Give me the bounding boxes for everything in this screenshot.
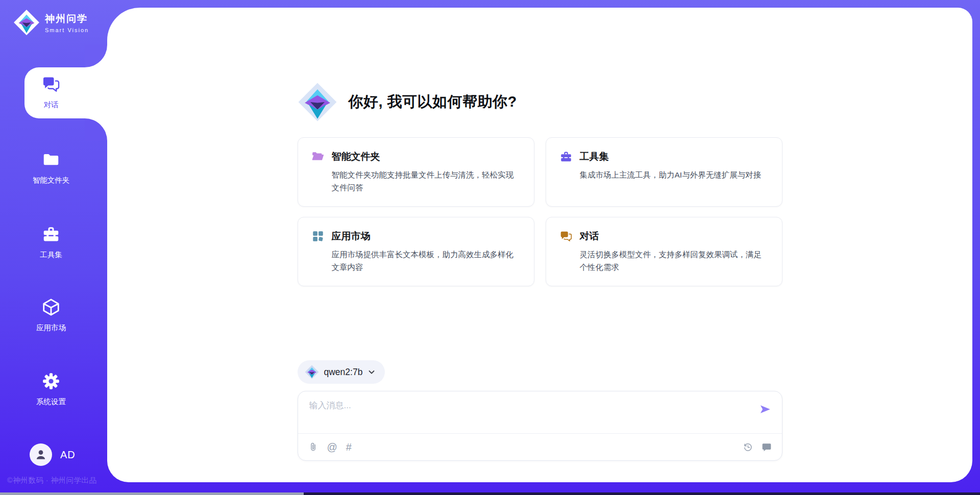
folder-icon <box>41 150 61 169</box>
active-tab-curve-bottom <box>85 118 107 141</box>
sidebar-footer-note: ©神州数码 · 神州问学出品 <box>7 476 97 485</box>
window-bottom-edge <box>0 492 980 495</box>
card-description: 应用市场提供丰富长文本模板，助力高效生成多样化文章内容 <box>332 248 521 274</box>
card-header: 对话 <box>559 230 769 243</box>
message-input[interactable] <box>309 400 751 427</box>
app-window: 神州问学 Smart Vision 对话 智能文件夹 <box>0 0 980 492</box>
brand-text: 神州问学 Smart Vision <box>45 12 89 33</box>
card-description: 智能文件夹功能支持批量文件上传与清洗，轻松实现文件问答 <box>332 168 521 194</box>
card-description: 灵活切换多模型文件，支持多样回复效果调试，满足个性化需求 <box>580 248 769 274</box>
history-icon[interactable] <box>743 442 753 452</box>
cube-icon <box>41 298 61 317</box>
sidebar-item-folders[interactable]: 智能文件夹 <box>0 150 102 185</box>
chat-bubbles-icon <box>559 230 573 243</box>
sidebar-item-label: 工具集 <box>40 250 62 260</box>
brand-name: 神州问学 <box>45 12 89 26</box>
card-smart-folders[interactable]: 智能文件夹 智能文件夹功能支持批量文件上传与清洗，轻松实现文件问答 <box>298 137 534 207</box>
gear-icon <box>41 372 61 391</box>
grid-icon <box>311 230 325 243</box>
main-panel: 你好, 我可以如何帮助你? 智能文件夹 智能文件夹功能支持批量文件上传与清洗，轻… <box>107 8 972 482</box>
card-title: 应用市场 <box>332 230 371 243</box>
toolbar-right <box>743 442 772 452</box>
main-content: 你好, 我可以如何帮助你? 智能文件夹 智能文件夹功能支持批量文件上传与清洗，轻… <box>298 8 782 482</box>
chat-bubbles-icon <box>41 75 61 94</box>
brand: 神州问学 Smart Vision <box>13 9 89 36</box>
chevron-down-icon <box>368 368 376 376</box>
brand-subtitle: Smart Vision <box>45 27 89 33</box>
sidebar-item-label: 对话 <box>44 100 59 110</box>
composer-toolbar: @ # <box>298 434 782 460</box>
active-tab-curve-top <box>85 45 107 67</box>
toolbar-left: @ # <box>308 442 352 452</box>
model-selector[interactable]: qwen2:7b <box>298 360 385 384</box>
card-title: 工具集 <box>580 150 609 163</box>
sidebar: 神州问学 Smart Vision 对话 智能文件夹 <box>0 0 107 492</box>
comment-icon[interactable] <box>762 442 772 452</box>
message-composer: @ # <box>298 391 782 461</box>
greeting-block: 你好, 我可以如何帮助你? <box>298 82 782 122</box>
card-header: 智能文件夹 <box>311 150 521 163</box>
user-name: AD <box>60 449 76 461</box>
card-description: 集成市场上主流工具，助力AI与外界无缝扩展与对接 <box>580 168 769 181</box>
at-icon[interactable]: @ <box>327 442 337 452</box>
sidebar-item-label: 智能文件夹 <box>33 176 70 185</box>
avatar <box>30 443 52 466</box>
card-toolset[interactable]: 工具集 集成市场上主流工具，助力AI与外界无缝扩展与对接 <box>546 137 782 207</box>
sidebar-item-settings[interactable]: 系统设置 <box>0 372 102 407</box>
folder-open-icon <box>311 150 325 163</box>
send-icon[interactable] <box>758 403 772 416</box>
assistant-logo-icon <box>298 82 337 122</box>
sidebar-item-label: 系统设置 <box>36 397 66 407</box>
card-title: 对话 <box>580 230 599 243</box>
hash-icon[interactable]: # <box>346 442 352 452</box>
brand-logo-icon <box>13 9 40 36</box>
user-profile[interactable]: AD <box>30 443 76 466</box>
sidebar-item-label: 应用市场 <box>36 323 66 333</box>
model-name: qwen2:7b <box>324 367 363 378</box>
briefcase-icon <box>41 225 61 244</box>
card-title: 智能文件夹 <box>332 150 380 163</box>
spacer <box>298 286 782 360</box>
briefcase-icon <box>559 150 573 163</box>
sidebar-item-apps[interactable]: 应用市场 <box>0 298 102 333</box>
feature-cards: 智能文件夹 智能文件夹功能支持批量文件上传与清洗，轻松实现文件问答 工具 <box>298 137 782 286</box>
person-icon <box>34 448 47 461</box>
composer-input-area <box>298 391 782 433</box>
paperclip-icon[interactable] <box>308 442 318 452</box>
sidebar-item-tools[interactable]: 工具集 <box>0 225 102 260</box>
card-chat[interactable]: 对话 灵活切换多模型文件，支持多样回复效果调试，满足个性化需求 <box>546 217 782 286</box>
model-logo-icon <box>305 365 319 379</box>
card-header: 工具集 <box>559 150 769 163</box>
card-app-market[interactable]: 应用市场 应用市场提供丰富长文本模板，助力高效生成多样化文章内容 <box>298 217 534 286</box>
greeting-text: 你好, 我可以如何帮助你? <box>349 92 517 112</box>
sidebar-item-chat[interactable]: 对话 <box>0 75 102 110</box>
card-header: 应用市场 <box>311 230 521 243</box>
